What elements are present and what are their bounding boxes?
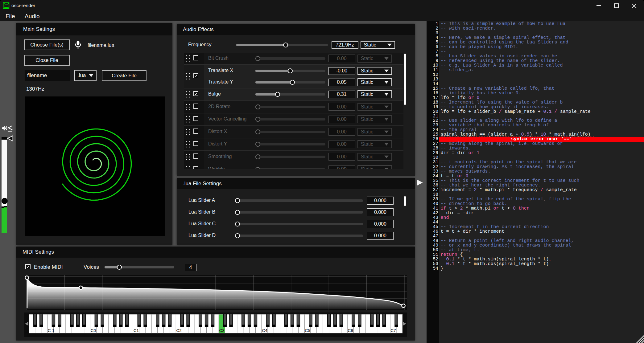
svg-text:C0: C0: [91, 328, 96, 333]
svg-text:C2: C2: [176, 328, 182, 333]
svg-text:C1: C1: [134, 328, 139, 333]
svg-text:C7: C7: [390, 328, 396, 333]
svg-text:C-1: C-1: [48, 328, 55, 333]
svg-text:C6: C6: [348, 328, 353, 333]
svg-text:C3: C3: [219, 328, 225, 333]
svg-text:C4: C4: [262, 328, 268, 333]
svg-text:C5: C5: [305, 328, 310, 333]
